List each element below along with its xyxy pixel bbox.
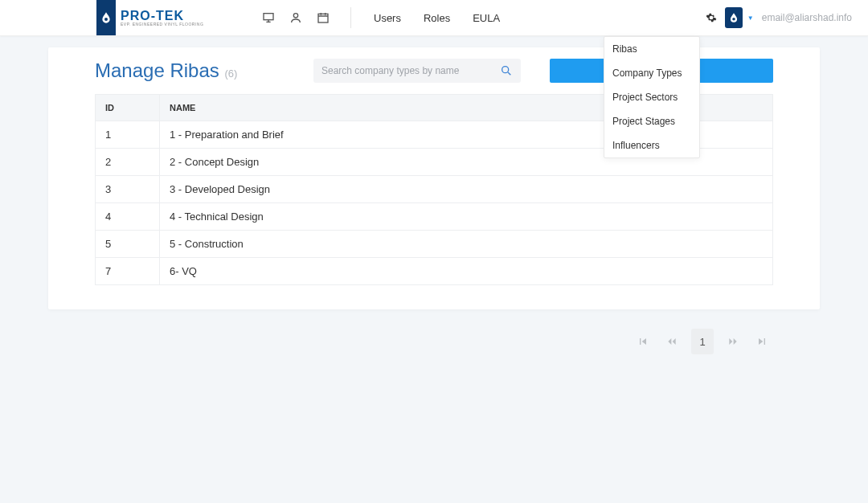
content-card: Manage Ribas (6) ID NAME 11 - Preparatio… <box>48 47 820 309</box>
svg-point-0 <box>104 18 108 21</box>
svg-point-2 <box>293 14 297 18</box>
card-header: Manage Ribas (6) <box>48 59 820 94</box>
svg-rect-3 <box>318 14 328 22</box>
logo[interactable]: PRO-TEK EVP. ENGINEERED VINYL FLOORING <box>0 0 241 35</box>
user-area: ▼ email@aliarshad.info Ribas Company Typ… <box>706 7 852 28</box>
topbar: PRO-TEK EVP. ENGINEERED VINYL FLOORING U… <box>0 0 868 36</box>
pager-last-icon[interactable] <box>752 332 772 351</box>
topbar-quick-icons <box>241 7 351 28</box>
table-row[interactable]: 33 - Developed Design <box>96 176 773 203</box>
cell-id: 3 <box>96 176 160 203</box>
dropdown-item-project-stages[interactable]: Project Stages <box>604 109 699 133</box>
search-input[interactable] <box>321 65 500 76</box>
pager-next-icon[interactable] <box>723 332 743 351</box>
col-id[interactable]: ID <box>96 95 160 121</box>
pager-prev-icon[interactable] <box>662 332 682 351</box>
user-email[interactable]: email@aliarshad.info <box>762 12 852 23</box>
count-badge: (6) <box>224 67 237 80</box>
table-row[interactable]: 55 - Construction <box>96 231 773 258</box>
cell-id: 4 <box>96 203 160 231</box>
cell-id: 1 <box>96 121 160 149</box>
logo-drop-icon <box>96 0 116 35</box>
search-icon[interactable] <box>500 64 513 77</box>
brand-name: PRO-TEK <box>121 10 203 22</box>
nav-roles[interactable]: Roles <box>424 12 450 24</box>
search-box[interactable] <box>313 59 521 83</box>
brand-tagline: EVP. ENGINEERED VINYL FLOORING <box>121 22 203 27</box>
gear-icon[interactable] <box>706 12 717 23</box>
caret-down-icon[interactable]: ▼ <box>747 14 754 22</box>
dropdown-item-influencers[interactable]: Influencers <box>604 133 699 157</box>
pager-page-current[interactable]: 1 <box>691 329 714 354</box>
svg-rect-1 <box>264 14 273 20</box>
table-row[interactable]: 44 - Technical Design <box>96 203 773 231</box>
cell-id: 7 <box>96 258 160 285</box>
pager-first-icon[interactable] <box>633 332 653 351</box>
nav-links: Users Roles EULA <box>351 12 500 24</box>
dropdown-item-company-types[interactable]: Company Types <box>604 61 699 85</box>
cell-name: 4 - Technical Design <box>160 203 773 231</box>
avatar[interactable] <box>725 7 743 28</box>
cell-name: 6- VQ <box>160 258 773 285</box>
person-icon[interactable] <box>289 11 302 24</box>
dropdown-item-ribas[interactable]: Ribas <box>604 37 699 61</box>
svg-point-5 <box>502 67 509 73</box>
cell-id: 5 <box>96 231 160 258</box>
nav-users[interactable]: Users <box>374 12 401 24</box>
cell-id: 2 <box>96 149 160 176</box>
svg-point-4 <box>732 18 735 21</box>
pagination: 1 <box>0 309 868 354</box>
dropdown-item-project-sectors[interactable]: Project Sectors <box>604 85 699 109</box>
calendar-icon[interactable] <box>317 11 330 24</box>
settings-dropdown: Ribas Company Types Project Sectors Proj… <box>604 36 700 158</box>
table-row[interactable]: 76- VQ <box>96 258 773 285</box>
cell-name: 3 - Developed Design <box>160 176 773 203</box>
cell-name: 5 - Construction <box>160 231 773 258</box>
presentation-icon[interactable] <box>262 11 275 24</box>
nav-eula[interactable]: EULA <box>473 12 500 24</box>
page-title: Manage Ribas (6) <box>95 59 237 82</box>
